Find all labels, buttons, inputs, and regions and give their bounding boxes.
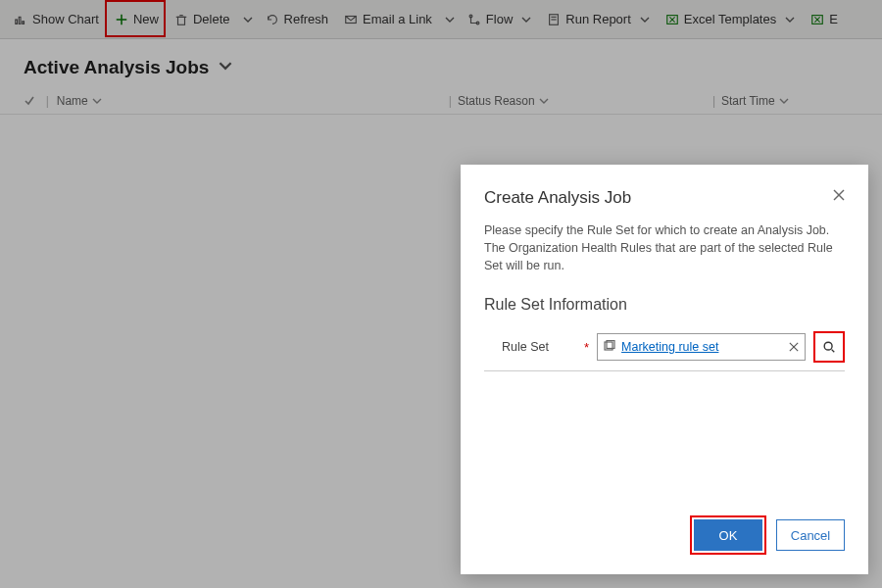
dialog-section-title: Rule Set Information: [484, 296, 845, 314]
rule-set-search-button[interactable]: [815, 333, 843, 361]
create-analysis-job-dialog: Create Analysis Job Please specify the R…: [461, 165, 868, 574]
highlight-search: [813, 331, 845, 363]
ok-label: OK: [719, 528, 738, 543]
required-indicator: *: [584, 340, 589, 355]
cancel-label: Cancel: [791, 528, 830, 543]
dialog-footer: OK Cancel: [484, 515, 845, 555]
svg-line-27: [832, 350, 835, 353]
cancel-button[interactable]: Cancel: [776, 519, 845, 551]
rule-set-clear-button[interactable]: [789, 338, 799, 356]
rule-set-value[interactable]: Marketing rule set: [621, 340, 783, 354]
entity-icon: [604, 338, 615, 356]
dialog-description: Please specify the Rule Set for which to…: [484, 221, 845, 274]
highlight-ok: OK: [690, 515, 766, 555]
dialog-title: Create Analysis Job: [484, 188, 631, 208]
rule-set-lookup[interactable]: Marketing rule set: [597, 333, 806, 361]
svg-point-26: [824, 343, 832, 351]
dialog-close-button[interactable]: [833, 188, 845, 204]
ok-button[interactable]: OK: [694, 519, 762, 551]
rule-set-label: Rule Set: [484, 340, 576, 354]
rule-set-field-row: Rule Set * Marketing rule set: [484, 331, 845, 371]
